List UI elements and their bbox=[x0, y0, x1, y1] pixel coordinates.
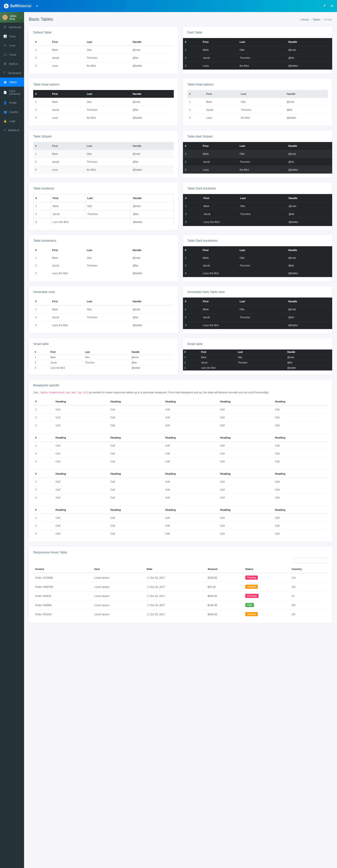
table-row[interactable]: Order #84532Lorem Ipsum🕐Oct 16, 2017$845… bbox=[33, 591, 328, 600]
nav-icon: ✎ bbox=[3, 44, 7, 47]
sidebar-item-cards[interactable]: ▢Cards bbox=[0, 50, 24, 59]
data-table: #FirstLastHandle1MarkOtto@mdo2JacobThorn… bbox=[183, 298, 332, 329]
card-title: Table Dark borderless bbox=[187, 239, 328, 242]
breadcrumb-item[interactable]: ⌂ Home bbox=[300, 18, 309, 21]
table-row: 1MarkOtto@mdo bbox=[183, 306, 332, 313]
table-row: 3CellCellCellCellCell bbox=[33, 422, 328, 429]
sidebar-item-userlist[interactable]: 👥Userlist bbox=[0, 107, 24, 117]
table-row[interactable]: Order #458789Lorem Ipsum🕐Oct 16, 2017$55… bbox=[33, 582, 328, 591]
nav-icon: ⊞ bbox=[3, 62, 7, 65]
table-row: 1MarkOtto@mdo bbox=[183, 202, 332, 210]
table-row: 3Larry the Bird@twitter bbox=[33, 218, 174, 226]
card-title: Table Dark bordered bbox=[187, 187, 328, 190]
card-title: Table dark Striped bbox=[187, 134, 328, 138]
table-row: 1MarkOtto@mdo bbox=[33, 355, 174, 360]
mail-icon[interactable]: ✉ bbox=[331, 4, 333, 8]
sidebar-item-form-elements[interactable]: 📄Form Elements bbox=[0, 87, 24, 98]
sidebar-item-icons[interactable]: ✎Icons bbox=[0, 41, 24, 50]
data-table: #FirstLastHandle1MarkOtto@mdo2JacobThorn… bbox=[187, 90, 328, 122]
table-row: 2JacobThornton@fat bbox=[183, 54, 332, 62]
clock-icon: 🕐 bbox=[147, 604, 150, 607]
table-row: 1MarkOtto@mdo bbox=[33, 202, 174, 210]
card-title: Hoverable rows bbox=[33, 290, 174, 294]
table-row: 2CellCellCellCellCell bbox=[33, 413, 328, 422]
table-row[interactable]: Order #123456Lorem Ipsum🕐Oct 16, 2017$15… bbox=[33, 573, 328, 582]
status-badge: Shipped bbox=[245, 612, 258, 616]
card-title: Table borderless bbox=[33, 239, 174, 242]
clock-icon: 🕐 bbox=[147, 613, 150, 616]
table-row: 1MarkOtto@mdo bbox=[187, 98, 328, 106]
table-row: 3Larrythe Bird@twitter bbox=[183, 62, 332, 70]
avatar bbox=[2, 15, 8, 20]
data-table: #FirstLastHandle1MarkOtto@mdo2JacobThorn… bbox=[33, 142, 174, 174]
table-row: 1MarkOtto@mdo bbox=[33, 306, 174, 313]
sidebar-item-tables[interactable]: ▦Tables bbox=[0, 78, 24, 87]
table-row: 2CellCellCellCellCell bbox=[33, 522, 328, 530]
table-row: 3Larry the Bird@twitter bbox=[183, 321, 332, 329]
status-badge: Prossing bbox=[245, 594, 258, 598]
nav-icon: 👥 bbox=[3, 110, 7, 114]
table-row: 3CellCellCellCellCell bbox=[33, 530, 328, 538]
table-row: 2JacobThornton@fat bbox=[33, 262, 174, 269]
sidebar-item-buttons[interactable]: ⊞Buttons bbox=[0, 59, 24, 68]
table-row[interactable]: Order #92154Lorem Ipsum🕐Oct 16, 2017$450… bbox=[33, 610, 328, 619]
user-block[interactable]: Juliya Brus › bbox=[0, 12, 24, 23]
menu-toggle-icon[interactable]: ≡ bbox=[36, 4, 38, 8]
table-row: 1MarkOtto@mdo bbox=[33, 46, 174, 54]
header: S SoftMaterial ≡ 🔍 ✉ bbox=[0, 0, 337, 12]
table-row: 1MarkOtto@mdo bbox=[33, 254, 174, 262]
table-row: 2JacobThornton@fat bbox=[33, 158, 174, 166]
table-row: 1MarkOtto@mdo bbox=[183, 254, 332, 262]
table-row: 2JacobThornton@fat bbox=[183, 210, 332, 218]
card-title: Table head options bbox=[33, 83, 174, 86]
table-row: 2JacobThornton@fat bbox=[33, 54, 174, 62]
nav-icon: ⏱ bbox=[3, 26, 6, 29]
sidebar-item-typography[interactable]: TTypography bbox=[0, 68, 24, 78]
table-row: 1MarkOtto@mdo bbox=[33, 150, 174, 158]
table-row: 2JacobThornton@fat bbox=[187, 106, 328, 114]
sidebar-item-login[interactable]: 🔒Login bbox=[0, 117, 24, 126]
logo-light: Material bbox=[18, 4, 31, 8]
sidebar-item-profile[interactable]: 👤Profile bbox=[0, 98, 24, 107]
status-badge: Paid bbox=[245, 603, 254, 607]
table-row: 1CellCellCellCellCell bbox=[33, 514, 328, 522]
table-row: 3Larry the Bird@twitter bbox=[33, 321, 174, 329]
card-title: Table Striped bbox=[33, 134, 174, 138]
sidebar-item-multilevel[interactable]: ↗Multilevel› bbox=[0, 126, 24, 135]
search-input[interactable] bbox=[294, 558, 328, 563]
table-row: 3CellCellCellCellCell bbox=[33, 458, 328, 466]
table-row: 2CellCellCellCellCell bbox=[33, 486, 328, 494]
responsive-table: InvoiceUserDateAmountStatusCountryOrder … bbox=[33, 565, 328, 619]
data-table: #FirstLastHandle1MarkOtto@mdo2JacobThorn… bbox=[33, 298, 174, 329]
nav-icon: 👤 bbox=[3, 101, 7, 104]
nav-icon: 📊 bbox=[3, 35, 7, 38]
table-row: 1CellCellCellCellCell bbox=[33, 478, 328, 486]
sidebar-item-dashboard[interactable]: ⏱Dashboard› bbox=[0, 23, 24, 32]
nav-icon: ▦ bbox=[3, 81, 7, 84]
logo-bold: Soft bbox=[10, 4, 18, 8]
card-title: Table bordered bbox=[33, 187, 174, 190]
card-title: Small table bbox=[33, 342, 174, 346]
data-table: #FirstLastHandle1MarkOtto@mdo2JacobThorn… bbox=[183, 246, 332, 277]
card-title: Breakpoint specific bbox=[33, 383, 328, 387]
table-row: 3Larrythe Bird@twitter bbox=[33, 166, 174, 174]
search-icon[interactable]: 🔍 bbox=[323, 4, 327, 8]
breadcrumb-item[interactable]: Tables bbox=[313, 18, 320, 21]
table-row: 2JacobThornton@fat bbox=[33, 106, 174, 114]
data-table: #FirstLastHandle1MarkOtto@mdo2JacobThorn… bbox=[33, 246, 174, 277]
table-row: 2JacobThornton@fat bbox=[183, 262, 332, 269]
data-table: #HeadingHeadingHeadingHeadingHeading1Cel… bbox=[33, 434, 328, 465]
user-name: Juliya Brus bbox=[10, 14, 19, 20]
data-table: #FirstLastHandle1MarkOtto@mdo2JacobThorn… bbox=[183, 38, 332, 69]
table-row: 2JacobThornton@fat bbox=[33, 360, 174, 365]
table-row: 2JacobThornton@fat bbox=[33, 313, 174, 321]
table-row: 1MarkOtto@mdo bbox=[183, 355, 332, 360]
sidebar-item-chart[interactable]: 📊Chart bbox=[0, 32, 24, 41]
data-table: #FirstLastHandle1MarkOtto@mdo2JacobThorn… bbox=[183, 142, 332, 174]
table-row: 1MarkOtto@mdo bbox=[183, 46, 332, 54]
table-row: 3Larrythe Bird@twitter bbox=[33, 114, 174, 122]
logo[interactable]: S SoftMaterial bbox=[4, 4, 31, 8]
card-title: Dark Table bbox=[187, 31, 328, 34]
table-row[interactable]: Order #48956Lorem Ipsum🕐Oct 16, 2017$145… bbox=[33, 600, 328, 610]
breadcrumb-item: Simple bbox=[324, 18, 332, 21]
